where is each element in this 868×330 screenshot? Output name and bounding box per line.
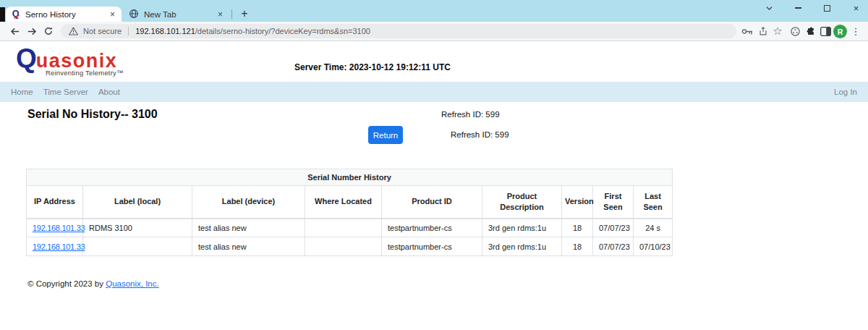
nav-item-home[interactable]: Home (6, 88, 38, 96)
minimize-button[interactable] (793, 4, 803, 13)
bookmark-star-icon[interactable]: ☆ (771, 22, 784, 41)
tab-title: Serno History (25, 10, 109, 19)
col-product-description: Product Description (482, 186, 562, 219)
table-header-row: IP Address Label (local) Label (device) … (27, 186, 673, 219)
cell-label-device: test alias new (192, 237, 305, 256)
ip-address-link[interactable]: 192.168.101.33 (33, 242, 85, 251)
omnibox-separator (128, 27, 129, 35)
cell-product-description: 3rd gen rdms:1u (482, 219, 562, 237)
col-ip-address: IP Address (27, 186, 83, 219)
close-window-button[interactable]: × (851, 4, 861, 13)
cell-product-id: testpartnumber-cs (382, 219, 482, 237)
tab-new-tab[interactable]: New Tab × (124, 7, 229, 22)
cell-label-local: RDMS 3100 (83, 219, 192, 237)
site-navbar: Home Time Server About Log In (0, 82, 868, 102)
site-header: Quasonix Reinventing Telemetry™ Server T… (0, 41, 868, 82)
address-bar[interactable]: Not secure 192.168.101.121/details/serno… (61, 24, 736, 38)
quasonix-logo[interactable]: Quasonix Reinventing Telemetry™ (16, 43, 124, 77)
browser-menu-icon[interactable]: ⋮ (851, 22, 861, 41)
tab-strip: Q Serno History × New Tab × + × (0, 0, 868, 22)
ip-address-link[interactable]: 192.168.101.33 (33, 224, 85, 232)
profile-avatar[interactable]: R (833, 25, 847, 38)
refresh-id-bottom: Refresh ID: 599 (451, 130, 509, 139)
cell-product-description: 3rd gen rdms:1u (482, 237, 562, 256)
warning-icon (69, 27, 78, 35)
table-caption: Serial Number History (27, 169, 673, 186)
password-key-icon[interactable] (741, 22, 754, 41)
refresh-id-top: Refresh ID: 599 (441, 110, 500, 119)
security-label: Not secure (83, 27, 122, 35)
browser-toolbar: Not secure 192.168.101.121/details/serno… (0, 22, 868, 41)
new-tab-button[interactable]: + (237, 6, 252, 22)
col-label-device: Label (device) (192, 186, 305, 219)
col-where-located: Where Located (305, 186, 382, 219)
quasonix-link[interactable]: Quasonix, Inc. (106, 279, 159, 288)
cell-first-seen: 07/07/23 (593, 219, 634, 237)
extensions-puzzle-icon[interactable] (804, 22, 817, 41)
cell-label-device: test alias new (192, 219, 305, 237)
forward-icon[interactable] (23, 22, 41, 41)
nav-item-about[interactable]: About (93, 88, 125, 96)
logo-q-letter: Q (16, 43, 36, 74)
window-controls: × (765, 1, 861, 14)
logo-tagline: Reinventing Telemetry™ (46, 69, 124, 77)
cell-last-seen: 24 s (634, 219, 673, 237)
cell-last-seen: 07/10/23 (634, 237, 673, 256)
cell-where-located (305, 237, 382, 256)
cell-version: 18 (562, 237, 593, 256)
table-caption-row: Serial Number History (27, 169, 673, 186)
reload-icon[interactable] (40, 22, 57, 41)
serial-number-history-table: Serial Number History IP Address Label (… (26, 169, 673, 256)
page-title: Serial No History-- 3100 (27, 108, 158, 121)
maximize-button[interactable] (822, 4, 832, 13)
tab-serno-history[interactable]: Q Serno History × (6, 7, 122, 22)
cell-first-seen: 07/07/23 (593, 237, 634, 256)
close-tab-icon[interactable]: × (216, 9, 224, 20)
circle-extension-icon[interactable] (788, 22, 801, 41)
cell-version: 18 (562, 219, 593, 237)
nav-item-log-in[interactable]: Log In (834, 88, 857, 96)
table-row: 192.168.101.33 test alias new testpartnu… (27, 237, 673, 256)
window-chevron-icon[interactable] (765, 4, 774, 13)
col-first-seen: First Seen (593, 186, 634, 219)
cell-product-id: testpartnumber-cs (382, 237, 482, 256)
url-path: /details/serno-history/?deviceKey=rdms&s… (195, 27, 370, 35)
globe-icon (129, 9, 139, 20)
tab-title: New Tab (144, 10, 216, 19)
copyright-footer: © Copyright 2023 by Quasonix, Inc. (27, 279, 159, 288)
cell-where-located (305, 219, 382, 237)
share-icon[interactable] (757, 22, 770, 41)
page-content: Serial No History-- 3100 Refresh ID: 599… (0, 102, 868, 330)
table-row: 192.168.101.33 RDMS 3100 test alias new … (27, 219, 673, 237)
cell-label-local (83, 237, 192, 256)
col-product-id: Product ID (382, 186, 482, 219)
return-button[interactable]: Return (368, 126, 403, 144)
tab-separator (231, 9, 232, 19)
copyright-text: © Copyright 2023 by (27, 279, 106, 288)
quasonix-q-icon: Q (11, 9, 20, 20)
side-panel-icon[interactable] (819, 22, 832, 41)
nav-item-time-server[interactable]: Time Server (38, 88, 93, 96)
col-label-local: Label (local) (83, 186, 192, 219)
back-icon[interactable] (6, 22, 23, 41)
server-time-label: Server Time: 2023-10-12 19:12:11 UTC (294, 62, 451, 72)
col-last-seen: Last Seen (634, 186, 673, 219)
url-host: 192.168.101.121 (135, 27, 195, 35)
close-tab-icon[interactable]: × (109, 9, 116, 20)
col-version: Version (562, 186, 593, 219)
browser-window: Q Serno History × New Tab × + × (0, 0, 868, 330)
